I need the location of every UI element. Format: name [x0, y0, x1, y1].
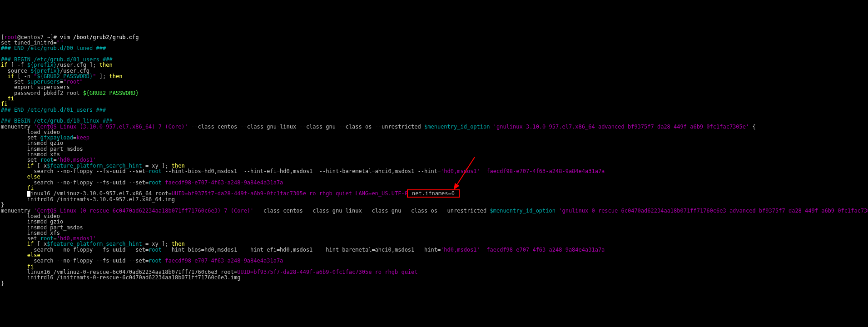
code-uuid: faecdf98-e707-4f63-a248-9a84e4a31a7a [162, 258, 283, 264]
code-ident: root [149, 247, 162, 253]
keyword-then: then [99, 62, 113, 68]
code-ident: root [149, 258, 162, 264]
code-var: $menuentry_id_option [424, 124, 490, 130]
code-line: initrd16 /initramfs-3.10.0-957.el7.x86_6… [1, 196, 175, 203]
code-string: 'gnulinux-0-rescue-6c0470ad62234aa18b071… [559, 208, 868, 214]
code-uuid: faecdf98-e707-4f63-a248-9a84e4a31a7a [480, 247, 605, 253]
code-line: --class centos --class gnu-linux --class… [253, 208, 490, 214]
code-string: 'CentOS Linux (0-rescue-6c0470ad62234aa1… [34, 208, 253, 214]
code-line: --hint-bios=hd0,msdos1 --hint-efi=hd0,ms… [162, 168, 441, 174]
code-var: $menuentry_id_option [490, 208, 556, 214]
annotation-arrow-icon [450, 155, 481, 196]
code-line [490, 124, 493, 130]
keyword-then: then [109, 73, 122, 79]
code-comment: ### END /etc/grub.d/01_users ### [1, 107, 106, 113]
code-var: ${GRUB2_PASSWORD} [83, 90, 139, 96]
code-ident: root [149, 179, 162, 186]
cursor [27, 191, 30, 197]
code-line: { [749, 124, 755, 130]
code-ident: root [149, 168, 162, 174]
code-line: --hint-bios=hd0,msdos1 --hint-efi=hd0,ms… [162, 247, 441, 253]
code-string: 'hd0,msdos1' [441, 168, 480, 174]
code-line [1, 190, 27, 197]
code-uuid: UUID=bf9375f7-da28-449f-a6b9-0fc1fac7305… [237, 269, 417, 275]
terminal-output[interactable]: [root@centos7 ~]# vim /boot/grub2/grub.c… [0, 28, 868, 292]
code-line: } [1, 280, 4, 287]
highlighted-parameter: net.ifnames=0 [408, 190, 459, 197]
code-uuid: faecdf98-e707-4f63-a248-9a84e4a31a7a [162, 179, 283, 186]
code-string: 'gnulinux-3.10.0-957.el7.x86_64-advanced… [493, 124, 749, 130]
code-line: --class centos --class gnu-linux --class… [188, 124, 424, 130]
code-line: ]; [96, 73, 109, 79]
code-uuid: faecdf98-e707-4f63-a248-9a84e4a31a7a [480, 168, 605, 174]
command-text: vim /boot/grub2/grub.cfg [60, 34, 139, 40]
code-comment: ### END /etc/grub.d/00_tuned ### [1, 45, 106, 51]
code-string: 'hd0,msdos1' [441, 247, 480, 253]
code-uuid: UUID=bf9375f7-da28-449f-a6b9-0fc1fac7305… [172, 190, 408, 197]
code-line: linux16 /vmlinuz-3.10.0-957.el7.x86_64 r… [27, 190, 172, 197]
code-string: " [93, 73, 96, 79]
code-line: initrd16 /initramfs-0-rescue-6c0470ad622… [1, 274, 240, 281]
code-value: keep [76, 134, 89, 141]
